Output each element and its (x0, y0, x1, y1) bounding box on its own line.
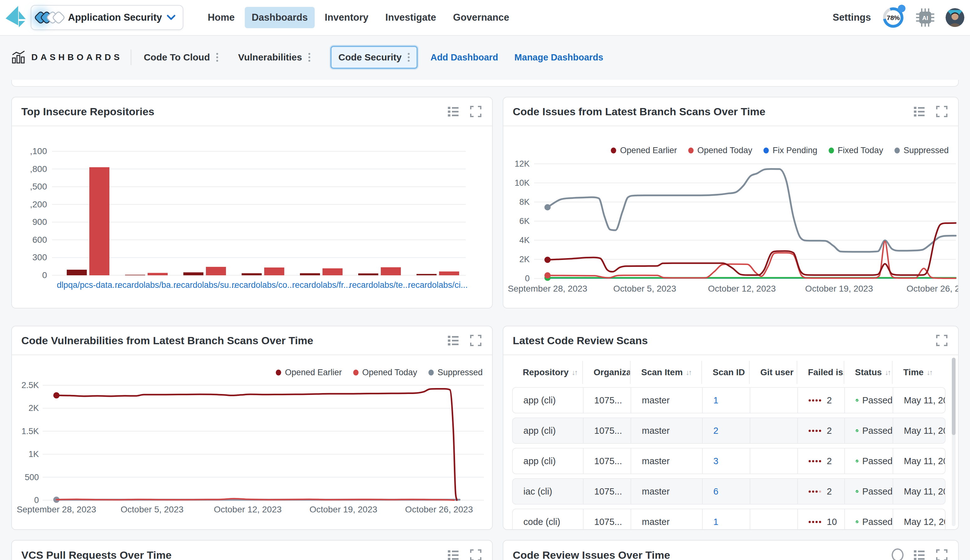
scan-id-link[interactable]: 1 (713, 395, 718, 406)
column-header-git-user[interactable]: Git user↓↑ (750, 361, 797, 384)
sort-icon[interactable]: ↓↑ (686, 368, 691, 377)
scan-id-link[interactable]: 2 (713, 426, 718, 436)
legend-label: Suppressed (437, 368, 482, 377)
kebab-menu-icon[interactable] (309, 53, 310, 62)
legend-item[interactable]: Fixed Today (829, 146, 883, 155)
column-header-time[interactable]: Time↓↑ (893, 361, 945, 384)
widget-list-icon[interactable] (446, 548, 460, 560)
legend-label: Suppressed (903, 146, 949, 155)
widget-list-icon[interactable] (912, 105, 926, 118)
category-link[interactable]: recardolabs/ba... (115, 280, 178, 290)
column-header-scan-item[interactable]: Scan Item↓↑ (631, 361, 702, 384)
scan-id-link[interactable]: 6 (713, 487, 718, 497)
table-row[interactable]: app (cli)1075...master12PassedMay 11, 20… (512, 387, 945, 413)
prisma-cloud-logo[interactable] (4, 5, 26, 30)
tab-code-security[interactable]: Code Security (331, 46, 418, 69)
legend-item[interactable]: Opened Earlier (276, 368, 342, 377)
category-link[interactable]: recardolabs/ci... (408, 280, 468, 290)
nav-item-governance[interactable]: Governance (446, 7, 516, 28)
add-dashboard-link[interactable]: Add Dashboard (430, 52, 498, 63)
tab-code-to-cloud[interactable]: Code To Cloud (144, 52, 218, 63)
y-axis-tick: 2K (519, 255, 530, 264)
y-axis-tick: 600 (32, 235, 47, 245)
manage-dashboards-link[interactable]: Manage Dashboards (514, 52, 603, 63)
product-switcher[interactable]: Application Security (31, 5, 184, 30)
previous-widget-row-bottom (11, 80, 959, 87)
y-axis-tick: 1K (28, 450, 39, 459)
nav-item-dashboards[interactable]: Dashboards (245, 7, 315, 28)
nav-item-investigate[interactable]: Investigate (379, 7, 443, 28)
widget-list-icon[interactable] (912, 548, 926, 560)
dashboard-content: Top Insecure Repositories ,100,800,5 (0, 79, 970, 560)
expand-icon[interactable] (469, 548, 482, 560)
legend-item[interactable]: Opened Earlier (611, 146, 677, 155)
cell-repository: iac (cli) (513, 479, 584, 504)
passed-check-icon (856, 394, 858, 406)
series-line-opened-earlier (57, 389, 457, 500)
settings-button[interactable]: Settings (833, 12, 871, 23)
tab-vulnerabilities[interactable]: Vulnerabilities (238, 52, 310, 63)
scan-id-link[interactable]: 3 (713, 456, 718, 467)
legend-item[interactable]: Opened Today (688, 146, 752, 155)
cell-scan-id[interactable]: 6 (703, 479, 750, 504)
category-link[interactable]: recardolabs/fr... (292, 280, 351, 290)
expand-icon[interactable] (935, 333, 949, 347)
widget-list-icon[interactable] (446, 105, 460, 118)
expand-icon[interactable] (935, 105, 949, 118)
ai-copilot-icon[interactable]: AI (915, 8, 935, 27)
legend-item[interactable]: Opened Today (353, 368, 417, 377)
column-header-scan-id[interactable]: Scan ID↓↑ (702, 361, 750, 384)
user-avatar[interactable] (945, 8, 964, 27)
failed-count: 2 (827, 426, 832, 436)
kebab-menu-icon[interactable] (408, 53, 410, 62)
scan-id-link[interactable]: 1 (713, 517, 718, 527)
category-link[interactable]: dlpqa/pcs-data... (57, 280, 119, 290)
cell-repository: app (cli) (513, 448, 584, 473)
bar-critical (417, 274, 437, 275)
cell-scan-item: master (631, 479, 703, 504)
table-scrollbar-thumb[interactable] (952, 358, 956, 435)
expand-icon[interactable] (469, 333, 482, 347)
severity-dots-icon (809, 399, 821, 402)
nav-item-inventory[interactable]: Inventory (318, 7, 376, 28)
y-axis-tick: ,100 (30, 146, 47, 156)
severity-dots-icon (809, 430, 821, 432)
legend-item[interactable]: Fix Pending (763, 146, 817, 155)
column-label: Scan Item (641, 367, 683, 377)
column-header-organizat: Organizat (583, 361, 631, 384)
table-row[interactable]: code (cli)1075...master110PassedMay 12, … (512, 508, 945, 530)
table-row[interactable]: iac (cli)1075...master62PassedMay 11, 20… (512, 478, 945, 505)
cell-organization: 1075... (584, 479, 631, 504)
cell-scan-id[interactable]: 1 (703, 509, 750, 530)
cell-scan-id[interactable]: 3 (703, 448, 750, 473)
progress-ring[interactable]: 78% (882, 6, 905, 29)
column-header-repository[interactable]: Repository↓↑ (512, 361, 583, 384)
cell-scan-id[interactable]: 1 (703, 388, 750, 413)
top-insecure-repositories-bar-chart: ,100,800,500,2009006003000dlpqa/pcs-data… (12, 126, 492, 308)
table-row[interactable]: app (cli)1075...master22PassedMay 11, 20… (512, 417, 945, 444)
sort-icon[interactable]: ↓↑ (572, 368, 577, 377)
category-link[interactable]: recardolabs/te... (349, 280, 410, 290)
bar-high (148, 273, 168, 275)
sort-icon[interactable]: ↓↑ (927, 368, 932, 377)
legend-dot (688, 148, 694, 153)
cell-scan-id[interactable]: 2 (703, 418, 750, 443)
severity-dots-icon (809, 521, 821, 523)
kebab-menu-icon[interactable] (216, 53, 218, 62)
expand-icon[interactable] (469, 105, 482, 118)
column-header-status[interactable]: Status↓↑ (844, 361, 893, 384)
cell-organization: 1075... (584, 388, 631, 413)
expand-icon[interactable] (935, 548, 949, 560)
widget-list-icon[interactable] (446, 333, 460, 347)
legend-label: Opened Today (697, 146, 752, 155)
table-scrollbar-track (952, 358, 956, 526)
table-row[interactable]: app (cli)1075...master32PassedMay 11, 20… (512, 448, 945, 474)
nav-item-home[interactable]: Home (201, 7, 242, 28)
sort-icon[interactable]: ↓↑ (885, 368, 890, 377)
category-link[interactable]: recardolabs/co... (232, 280, 294, 290)
legend-item[interactable]: Suppressed (895, 146, 949, 155)
category-link[interactable]: recardolabs/su... (173, 280, 236, 290)
bar-critical (242, 273, 262, 275)
card-code-issues-over-time: Code Issues from Latest Branch Scans Ove… (503, 97, 959, 308)
legend-item[interactable]: Suppressed (428, 368, 482, 377)
